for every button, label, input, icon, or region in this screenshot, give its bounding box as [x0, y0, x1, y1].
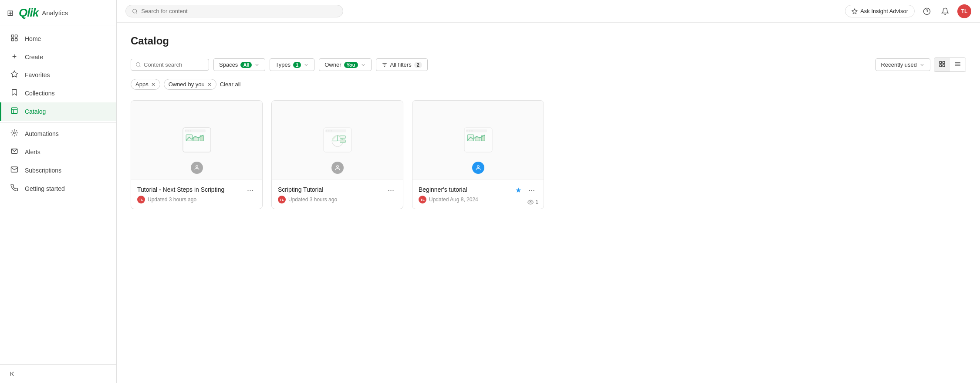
filter-bar: Spaces All Types 1 Owner You All filters…: [131, 58, 966, 72]
svg-rect-0: [11, 35, 14, 37]
spaces-filter[interactable]: Spaces All: [213, 58, 265, 71]
ask-insight-advisor-button[interactable]: Ask Insight Advisor: [845, 5, 915, 17]
app-card[interactable]: Beginner's tutorial ★ ··· TL Updated Aug…: [412, 100, 544, 209]
sort-chevron-icon: [919, 62, 925, 68]
svg-rect-1: [15, 35, 17, 37]
svg-point-8: [14, 132, 16, 134]
filter-right: Recently used: [875, 58, 966, 72]
sidebar-item-alerts[interactable]: Alerts: [0, 143, 116, 161]
card-footer: Tutorial - Next Steps in Scripting ··· T…: [131, 179, 262, 209]
apps-tag-remove[interactable]: ✕: [151, 81, 155, 88]
svg-point-39: [325, 130, 327, 132]
svg-line-12: [136, 12, 137, 13]
svg-rect-24: [943, 64, 945, 67]
insight-icon: [852, 8, 858, 14]
card-owner-avatar: TL: [419, 196, 426, 203]
apps-tag[interactable]: Apps ✕: [131, 79, 160, 90]
home-icon: [10, 34, 19, 44]
sidebar-item-getting-started[interactable]: Getting started: [0, 180, 116, 198]
create-icon: +: [10, 52, 19, 61]
topbar: Ask Insight Advisor TL: [117, 0, 980, 23]
search-input[interactable]: [141, 8, 337, 14]
svg-point-40: [328, 130, 329, 132]
card-footer: Beginner's tutorial ★ ··· TL Updated Aug…: [412, 179, 544, 209]
svg-point-52: [469, 130, 470, 132]
search-icon: [132, 8, 138, 14]
all-filters-button[interactable]: All filters 2: [376, 58, 428, 71]
list-view-button[interactable]: [950, 58, 966, 71]
user-avatar[interactable]: TL: [957, 4, 971, 18]
sidebar-item-collections[interactable]: Collections: [0, 84, 116, 102]
svg-point-57: [477, 166, 479, 168]
sidebar-item-favorites[interactable]: Favorites: [0, 66, 116, 84]
global-search[interactable]: [125, 5, 343, 17]
card-actions: ★ ···: [514, 185, 537, 196]
card-preview: [412, 101, 544, 179]
content-search[interactable]: [131, 59, 209, 71]
types-filter[interactable]: Types 1: [270, 58, 314, 71]
views-count: 1: [535, 199, 538, 205]
main-area: Ask Insight Advisor TL Catalog Spaces Al…: [117, 0, 980, 383]
getting-started-icon: [10, 184, 19, 193]
card-owner-avatar: TL: [278, 196, 286, 203]
types-chevron-icon: [304, 62, 309, 68]
sidebar-item-home[interactable]: Home: [0, 30, 116, 48]
sidebar-collapse[interactable]: [0, 364, 116, 383]
svg-point-41: [331, 130, 332, 132]
grid-menu-icon[interactable]: ⊞: [7, 8, 14, 18]
owned-by-you-tag[interactable]: Owned by you ✕: [164, 79, 216, 90]
notifications-icon[interactable]: [939, 5, 951, 17]
favorites-icon: [10, 70, 19, 80]
subscriptions-label: Subscriptions: [25, 167, 61, 174]
types-label: Types: [275, 61, 291, 68]
app-thumbnail-icon: [181, 126, 213, 154]
card-more-button[interactable]: ···: [385, 185, 397, 196]
insight-label: Ask Insight Advisor: [860, 8, 908, 14]
card-preview: [272, 101, 403, 179]
collections-icon: [10, 88, 19, 98]
app-card[interactable]: Tutorial - Next Steps in Scripting ··· T…: [131, 100, 263, 209]
sort-label: Recently used: [881, 61, 917, 68]
svg-rect-3: [15, 39, 17, 41]
collections-label: Collections: [25, 90, 54, 97]
content-area: Catalog Spaces All Types 1 Owner You: [117, 23, 980, 383]
create-label: Create: [25, 54, 43, 61]
filter-search-icon: [135, 62, 141, 68]
card-title: Beginner's tutorial: [419, 186, 514, 193]
favorites-label: Favorites: [25, 71, 50, 78]
sidebar-item-subscriptions[interactable]: Subscriptions: [0, 161, 116, 180]
sidebar-item-automations[interactable]: Automations: [0, 125, 116, 143]
clear-all-button[interactable]: Clear all: [220, 81, 241, 88]
sidebar-header: ⊞ Qlik Analytics: [0, 0, 116, 26]
card-meta: TL Updated 3 hours ago: [278, 196, 397, 203]
filter-icon: [382, 62, 388, 68]
sidebar-item-create[interactable]: + Create: [0, 48, 116, 66]
catalog-label: Catalog: [25, 108, 46, 115]
spaces-chevron-icon: [254, 62, 260, 68]
card-more-button[interactable]: ···: [526, 185, 537, 196]
content-search-input[interactable]: [144, 61, 200, 68]
qlik-logo: Qlik: [19, 6, 38, 20]
svg-rect-23: [939, 64, 942, 67]
svg-point-36: [196, 166, 198, 168]
views-badge: 1: [527, 199, 538, 205]
all-filters-count: 2: [414, 62, 422, 68]
apps-tag-label: Apps: [135, 81, 149, 88]
app-card[interactable]: Scripting Tutorial ··· TL Updated 3 hour…: [271, 100, 403, 209]
app-thumbnail-icon: [463, 126, 494, 154]
svg-rect-46: [340, 136, 345, 138]
card-more-button[interactable]: ···: [244, 185, 256, 196]
svg-point-51: [466, 130, 467, 132]
grid-view-button[interactable]: [934, 58, 950, 71]
sidebar-item-catalog[interactable]: Catalog: [0, 102, 116, 121]
svg-rect-2: [11, 39, 14, 41]
card-user-avatar: [331, 162, 344, 174]
favorite-button[interactable]: ★: [514, 185, 523, 195]
owner-badge: You: [344, 62, 358, 68]
help-icon[interactable]: [921, 5, 933, 17]
home-label: Home: [25, 35, 41, 42]
owner-filter[interactable]: Owner You: [319, 58, 371, 71]
card-preview: [131, 101, 262, 179]
owned-by-you-tag-remove[interactable]: ✕: [207, 81, 212, 88]
sort-button[interactable]: Recently used: [875, 58, 930, 71]
